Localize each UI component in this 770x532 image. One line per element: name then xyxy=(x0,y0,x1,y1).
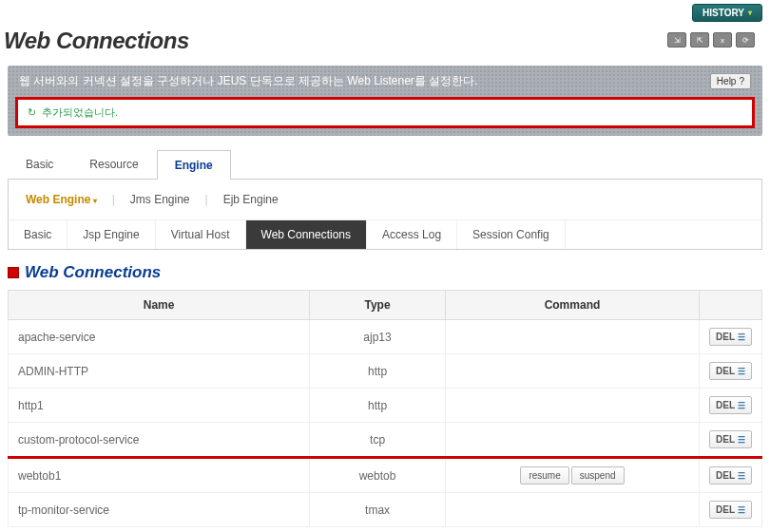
cell-type: tcp xyxy=(310,423,446,458)
delete-button[interactable]: DEL☰ xyxy=(709,362,752,380)
th-command: Command xyxy=(445,291,699,320)
cell-command xyxy=(445,493,699,527)
th-type: Type xyxy=(310,291,446,320)
table-row: ADMIN-HTTPhttpDEL☰ xyxy=(9,354,762,389)
delete-button[interactable]: DEL☰ xyxy=(709,396,752,414)
th-name: Name xyxy=(9,291,310,320)
cell-command xyxy=(445,354,699,389)
cell-delete: DEL☰ xyxy=(700,458,762,493)
cell-command xyxy=(445,320,699,354)
banner-text: 웹 서버와의 커넥션 설정을 구성하거나 JEUS 단독으로 제공하는 Web … xyxy=(19,73,478,89)
connections-table: Name Type Command apache-serviceajp13DEL… xyxy=(8,290,762,527)
delete-button[interactable]: DEL☰ xyxy=(709,328,752,346)
cell-command: resumesuspend xyxy=(445,458,699,493)
tabs-level1: BasicResourceEngine xyxy=(8,149,762,180)
refresh-icon[interactable]: ⟳ xyxy=(736,32,755,48)
tab1-engine[interactable]: Engine xyxy=(157,150,231,180)
tab1-basic[interactable]: Basic xyxy=(8,149,71,179)
cell-delete: DEL☰ xyxy=(700,320,762,354)
tab3-session-config[interactable]: Session Config xyxy=(457,220,566,249)
table-row: tp-monitor-servicetmaxDEL☰ xyxy=(9,493,762,527)
tab2-ejb-engine[interactable]: Ejb Engine xyxy=(214,189,288,210)
section-title: Web Connections xyxy=(8,263,762,282)
page-title: Web Connections xyxy=(0,22,189,62)
delete-icon: ☰ xyxy=(738,435,745,445)
tab3-basic[interactable]: Basic xyxy=(9,220,67,249)
cell-type: http xyxy=(310,354,446,389)
delete-icon: ☰ xyxy=(738,401,745,410)
tab1-resource[interactable]: Resource xyxy=(71,149,156,179)
cell-name[interactable]: custom-protocol-service xyxy=(9,423,310,458)
tabs-level3: BasicJsp EngineVirtual HostWeb Connectio… xyxy=(8,219,762,250)
section-marker-icon xyxy=(8,267,19,278)
cell-name[interactable]: tp-monitor-service xyxy=(9,493,310,527)
cell-name[interactable]: apache-service xyxy=(9,320,310,354)
cell-type: ajp13 xyxy=(310,320,446,354)
notification-box: ↻ 추가되었습니다. xyxy=(15,97,755,128)
help-icon: ? xyxy=(739,76,744,86)
delete-icon: ☰ xyxy=(738,505,745,515)
cell-name[interactable]: webtob1 xyxy=(9,458,310,493)
cell-command xyxy=(445,423,699,458)
tab2-jms-engine[interactable]: Jms Engine xyxy=(121,189,200,210)
footer-buttons: WEBTOB✚TMAX✚AJP13✚HTTP✚TCP✚ xyxy=(0,527,770,532)
tabs-level2: Web Engine|Jms Engine|Ejb Engine xyxy=(8,180,762,219)
tab3-web-connections[interactable]: Web Connections xyxy=(246,220,368,249)
separator: | xyxy=(110,189,117,210)
help-button[interactable]: Help ? xyxy=(710,73,751,89)
delete-icon: ☰ xyxy=(738,471,745,481)
cell-type: tmax xyxy=(310,493,446,527)
chevron-down-icon: ▾ xyxy=(748,9,752,17)
table-row: webtob1webtobresumesuspendDEL☰ xyxy=(9,458,762,493)
notification-text: 추가되었습니다. xyxy=(42,105,118,120)
delete-button[interactable]: DEL☰ xyxy=(709,466,752,484)
separator: | xyxy=(203,189,210,210)
delete-button[interactable]: DEL☰ xyxy=(709,501,752,519)
info-banner: 웹 서버와의 커넥션 설정을 구성하거나 JEUS 단독으로 제공하는 Web … xyxy=(8,66,762,136)
cell-delete: DEL☰ xyxy=(700,493,762,527)
xml-icon[interactable]: x xyxy=(713,32,732,48)
delete-icon: ☰ xyxy=(738,332,745,342)
history-button[interactable]: HISTORY ▾ xyxy=(692,4,762,22)
refresh-success-icon: ↻ xyxy=(28,106,36,119)
cell-delete: DEL☰ xyxy=(700,423,762,458)
cell-type: http xyxy=(310,389,446,423)
cell-command xyxy=(445,389,699,423)
resume-button[interactable]: resume xyxy=(520,466,568,484)
tab3-jsp-engine[interactable]: Jsp Engine xyxy=(67,220,155,249)
import-icon[interactable]: ⇱ xyxy=(690,32,709,48)
tab3-access-log[interactable]: Access Log xyxy=(367,220,457,249)
cell-type: webtob xyxy=(310,458,446,493)
delete-button[interactable]: DEL☰ xyxy=(709,430,752,448)
cell-delete: DEL☰ xyxy=(700,389,762,423)
cell-name[interactable]: ADMIN-HTTP xyxy=(9,354,310,389)
table-row: custom-protocol-servicetcpDEL☰ xyxy=(9,423,762,458)
toolbar-icons: ⇲ ⇱ x ⟳ xyxy=(667,32,762,51)
tab3-virtual-host[interactable]: Virtual Host xyxy=(156,220,246,249)
table-row: apache-serviceajp13DEL☰ xyxy=(9,320,762,354)
delete-icon: ☰ xyxy=(738,367,745,376)
history-label: HISTORY xyxy=(703,8,744,18)
suspend-button[interactable]: suspend xyxy=(571,466,625,484)
section-title-text: Web Connections xyxy=(25,263,161,282)
tab2-web-engine[interactable]: Web Engine xyxy=(16,189,106,210)
export-icon[interactable]: ⇲ xyxy=(667,32,686,48)
th-del xyxy=(700,291,762,320)
table-row: http1httpDEL☰ xyxy=(9,389,762,423)
cell-name[interactable]: http1 xyxy=(9,389,310,423)
cell-delete: DEL☰ xyxy=(700,354,762,389)
